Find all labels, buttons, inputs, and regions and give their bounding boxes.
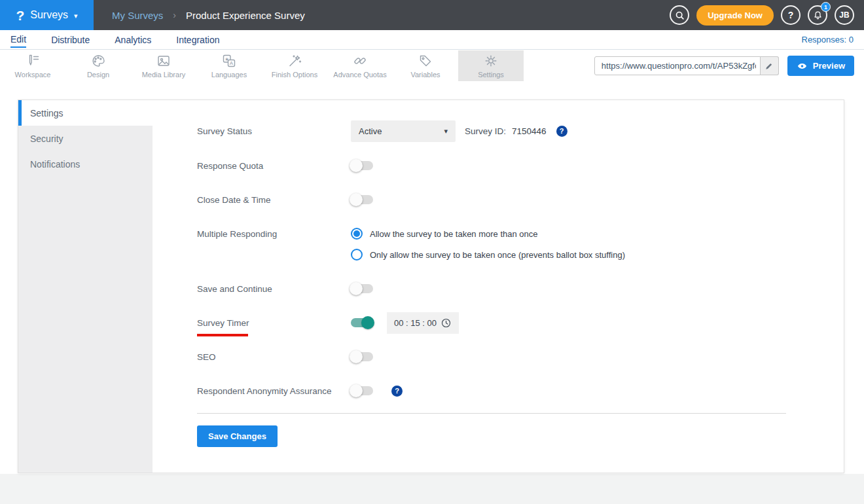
search-button[interactable] xyxy=(670,5,689,25)
breadcrumb: My Surveys › Product Experience Survey xyxy=(112,10,305,21)
seo-row: SEO xyxy=(197,346,798,368)
chevron-down-icon: ▾ xyxy=(74,12,78,20)
survey-url-group xyxy=(594,56,779,75)
toolbar-item-workspace[interactable]: Workspace xyxy=(0,50,65,81)
toolbar-item-media-library[interactable]: Media Library xyxy=(131,50,196,81)
annotation-red-underline xyxy=(197,334,248,336)
settings-panel: Settings Security Notifications Survey S… xyxy=(18,99,844,473)
survey-status-label: Survey Status xyxy=(197,126,351,136)
survey-timer-toggle[interactable] xyxy=(351,318,373,327)
question-mark-icon: ? xyxy=(788,10,794,20)
radio-allow-multiple[interactable]: Allow the survey to be taken more than o… xyxy=(351,228,625,240)
survey-url-input[interactable] xyxy=(594,56,779,75)
radio-allow-once[interactable]: Only allow the survey to be taken once (… xyxy=(351,249,625,261)
seo-label: SEO xyxy=(197,352,351,362)
settings-gear-icon xyxy=(483,53,499,69)
product-switcher[interactable]: ? Surveys ▾ xyxy=(0,0,94,30)
avatar-initials: JB xyxy=(839,10,849,20)
edit-toolbar: Workspace Design Media Library ★A Langua… xyxy=(0,50,864,81)
tab-edit[interactable]: Edit xyxy=(10,31,26,48)
multiple-responding-label: Multiple Responding xyxy=(197,228,351,239)
save-and-continue-row: Save and Continue xyxy=(197,278,798,300)
top-bar: ? Surveys ▾ My Surveys › Product Experie… xyxy=(0,0,864,30)
close-date-time-label: Close Date & Time xyxy=(197,195,351,205)
save-changes-button[interactable]: Save Changes xyxy=(197,425,278,447)
clock-icon xyxy=(441,317,452,329)
toolbar-right-actions: Preview xyxy=(594,50,864,81)
survey-timer-row: Survey Timer 00 : 15 : 00 xyxy=(197,312,798,334)
toolbar-item-design[interactable]: Design xyxy=(65,50,131,81)
survey-timer-label: Survey Timer xyxy=(197,318,351,328)
toolbar-item-settings[interactable]: Settings xyxy=(458,50,524,81)
toolbar-item-languages[interactable]: ★A Languages xyxy=(196,50,262,81)
multiple-responding-row: Multiple Responding Allow the survey to … xyxy=(197,228,798,261)
survey-timer-input[interactable]: 00 : 15 : 00 xyxy=(387,312,459,334)
seo-toggle[interactable] xyxy=(351,352,373,361)
questionpro-logo-icon: ? xyxy=(16,9,24,22)
notification-count-badge: 1 xyxy=(821,2,831,12)
response-quota-label: Response Quota xyxy=(197,161,351,171)
radio-button-icon xyxy=(351,228,363,240)
radio-button-icon xyxy=(351,249,363,261)
sidebar-item-notifications[interactable]: Notifications xyxy=(18,151,153,177)
upgrade-now-button[interactable]: Upgrade Now xyxy=(696,5,774,26)
tab-analytics[interactable]: Analytics xyxy=(115,32,151,47)
breadcrumb-current-survey: Product Experience Survey xyxy=(186,10,305,21)
edit-url-button[interactable] xyxy=(760,56,779,75)
anonymity-help-icon[interactable]: ? xyxy=(391,386,403,397)
workspace-icon xyxy=(25,53,41,69)
survey-status-row: Survey Status Active ▾ Survey ID: 715044… xyxy=(197,120,798,142)
survey-id-group: Survey ID: 7150446 ? xyxy=(465,126,567,137)
toolbar-item-finish-options[interactable]: Finish Options xyxy=(262,50,327,81)
tab-integration[interactable]: Integration xyxy=(176,32,219,47)
survey-nav-tabs: Edit Distribute Analytics Integration Re… xyxy=(0,30,864,50)
svg-text:A: A xyxy=(230,60,234,66)
anonymity-row: Respondent Anonymity Assurance ? xyxy=(197,380,798,402)
responses-count: Responses: 0 xyxy=(802,35,854,45)
help-button[interactable]: ? xyxy=(781,5,801,25)
survey-timer-value: 00 : 15 : 00 xyxy=(394,318,437,328)
multiple-responding-options: Allow the survey to be taken more than o… xyxy=(351,228,625,261)
save-and-continue-label: Save and Continue xyxy=(197,284,351,294)
chevron-down-icon: ▾ xyxy=(444,127,448,135)
tab-distribute[interactable]: Distribute xyxy=(51,32,90,47)
advance-quotas-chain-icon xyxy=(352,53,368,69)
media-library-icon xyxy=(156,53,171,69)
bell-icon xyxy=(813,10,823,20)
survey-id-value: 7150446 xyxy=(512,126,547,136)
settings-sidebar: Settings Security Notifications xyxy=(18,100,153,473)
response-quota-row: Response Quota xyxy=(197,154,798,177)
finish-options-wand-icon xyxy=(287,53,302,69)
survey-status-value: Active xyxy=(359,126,382,136)
anonymity-toggle[interactable] xyxy=(351,386,373,395)
languages-icon: ★A xyxy=(221,53,237,69)
product-name: Surveys xyxy=(30,9,68,21)
survey-status-select[interactable]: Active ▾ xyxy=(351,120,456,142)
sidebar-item-settings[interactable]: Settings xyxy=(18,100,153,126)
toolbar-item-variables[interactable]: Variables xyxy=(393,50,458,81)
close-date-time-toggle[interactable] xyxy=(351,195,373,204)
variables-tag-icon xyxy=(418,53,433,69)
breadcrumb-separator: › xyxy=(173,10,176,20)
page-footer-strip xyxy=(0,474,864,504)
pencil-icon xyxy=(765,62,774,71)
close-date-time-row: Close Date & Time xyxy=(197,189,798,211)
topbar-actions: Upgrade Now ? 1 JB xyxy=(670,5,864,26)
user-avatar[interactable]: JB xyxy=(835,5,854,25)
content-divider xyxy=(197,413,786,414)
design-palette-icon xyxy=(90,53,106,69)
notifications-button[interactable]: 1 xyxy=(808,5,827,25)
preview-button[interactable]: Preview xyxy=(787,56,854,76)
sidebar-item-security[interactable]: Security xyxy=(18,126,153,151)
search-icon xyxy=(675,10,685,20)
survey-id-label: Survey ID: xyxy=(465,126,506,136)
anonymity-label: Respondent Anonymity Assurance xyxy=(197,386,351,396)
toolbar-item-advance-quotas[interactable]: Advance Quotas xyxy=(327,50,393,81)
save-and-continue-toggle[interactable] xyxy=(351,284,373,293)
survey-id-help-icon[interactable]: ? xyxy=(556,126,567,137)
eye-icon xyxy=(797,62,808,71)
breadcrumb-my-surveys[interactable]: My Surveys xyxy=(112,10,163,21)
response-quota-toggle[interactable] xyxy=(351,161,373,170)
